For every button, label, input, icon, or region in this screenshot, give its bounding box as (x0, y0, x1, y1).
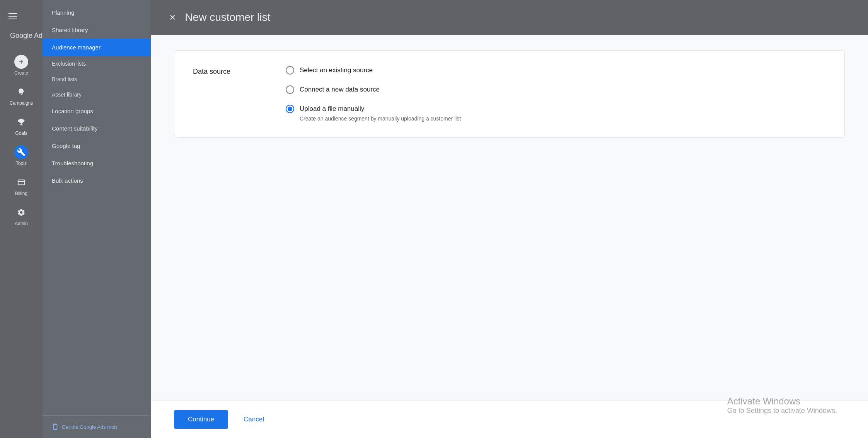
nav-item-billing[interactable]: Billing (0, 171, 43, 201)
app-name: Google Ads (10, 32, 46, 40)
radio-item-new[interactable]: Connect a new data source (286, 85, 461, 94)
sidebar-item-planning[interactable]: Planning (43, 4, 151, 21)
nav-item-campaigns[interactable]: Campaigns (0, 80, 43, 110)
sidebar-item-google-tag[interactable]: Google tag (43, 137, 151, 154)
create-icon: + (14, 55, 28, 69)
data-source-card: Data source Select an existing source Co… (174, 50, 845, 138)
radio-label-new: Connect a new data source (300, 86, 380, 93)
data-source-label: Data source (193, 66, 255, 76)
radio-subtext-manual: Create an audience segment by manually u… (300, 115, 461, 122)
nav-label-admin: Admin (15, 221, 28, 226)
sidebar-item-brand-lists[interactable]: Brand lists (43, 71, 151, 87)
windows-watermark: Activate Windows Go to Settings to activ… (727, 396, 837, 415)
sidebar-item-asset-library[interactable]: Asset library (43, 87, 151, 102)
watermark-title: Activate Windows (727, 396, 837, 407)
close-button[interactable]: × (169, 11, 176, 24)
radio-circle-new[interactable] (286, 85, 294, 94)
icon-nav: Google Ads + Create Campaigns Goals Tool… (0, 0, 43, 438)
sidebar-item-audience-manager[interactable]: Audience manager (43, 39, 151, 56)
nav-label-create: Create (14, 70, 28, 76)
sidebar-bottom: Get the Google Ads mob (43, 415, 151, 438)
main-area: × New customer list Data source Select a… (151, 0, 868, 438)
continue-button[interactable]: Continue (174, 410, 228, 429)
sidebar-item-troubleshooting[interactable]: Troubleshooting (43, 154, 151, 172)
sidebar-item-content-suitability[interactable]: Content suitability (43, 120, 151, 137)
app-logo: Google Ads (0, 25, 43, 50)
nav-item-admin[interactable]: Admin (0, 201, 43, 231)
billing-icon (14, 175, 28, 189)
nav-item-goals[interactable]: Goals (0, 110, 43, 141)
campaigns-icon (14, 85, 28, 99)
admin-icon (14, 205, 28, 219)
tools-icon (14, 145, 28, 159)
hamburger-icon (9, 13, 17, 19)
radio-row-existing[interactable]: Select an existing source (286, 66, 461, 75)
nav-item-tools[interactable]: Tools (0, 141, 43, 171)
dialog-header: × New customer list (151, 0, 868, 35)
nav-label-billing: Billing (15, 191, 27, 196)
sidebar-item-bulk-actions[interactable]: Bulk actions (43, 172, 151, 189)
nav-item-create[interactable]: + Create (0, 50, 43, 80)
nav-label-campaigns: Campaigns (10, 100, 33, 106)
dialog-body: Data source Select an existing source Co… (151, 35, 868, 401)
radio-row-new[interactable]: Connect a new data source (286, 85, 461, 94)
radio-item-existing[interactable]: Select an existing source (286, 66, 461, 75)
radio-circle-manual[interactable] (286, 105, 294, 113)
sidebar-item-shared-library[interactable]: Shared library (43, 21, 151, 39)
sidebar-item-exclusion-lists[interactable]: Exclusion lists (43, 56, 151, 71)
cancel-button[interactable]: Cancel (237, 410, 270, 429)
mobile-icon (52, 423, 59, 430)
nav-label-goals: Goals (15, 131, 27, 136)
radio-row-manual[interactable]: Upload a file manually (286, 105, 461, 113)
nav-label-tools: Tools (16, 161, 27, 166)
radio-item-manual[interactable]: Upload a file manually Create an audienc… (286, 105, 461, 122)
radio-group: Select an existing source Connect a new … (286, 66, 461, 122)
sidebar-item-location-groups[interactable]: Location groups (43, 102, 151, 120)
radio-circle-existing[interactable] (286, 66, 294, 75)
goals-icon (14, 115, 28, 129)
watermark-subtitle: Go to Settings to activate Windows. (727, 407, 837, 415)
radio-label-existing: Select an existing source (300, 66, 373, 74)
radio-label-manual: Upload a file manually (300, 105, 364, 113)
sidebar: Planning Shared library Audience manager… (43, 0, 151, 438)
hamburger-button[interactable] (0, 8, 43, 25)
get-app-link[interactable]: Get the Google Ads mob (49, 420, 145, 433)
dialog-title: New customer list (185, 11, 270, 24)
